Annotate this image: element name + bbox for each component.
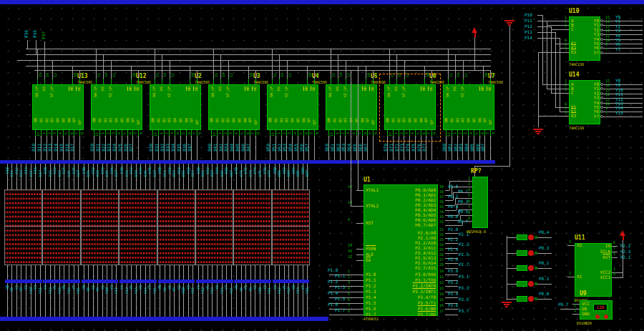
net-label[interactable]: D74 bbox=[406, 144, 410, 152]
wire[interactable] bbox=[547, 25, 563, 26]
wire[interactable] bbox=[547, 21, 547, 89]
net-label[interactable]: D73 bbox=[400, 144, 404, 152]
led-matrix-block[interactable] bbox=[42, 226, 80, 265]
net-label[interactable]: P0.6 bbox=[448, 214, 458, 219]
bus-bottom[interactable] bbox=[0, 317, 328, 321]
wire[interactable] bbox=[356, 206, 364, 207]
net-label[interactable]: D20 bbox=[44, 167, 47, 174]
wire[interactable] bbox=[563, 93, 569, 94]
vcc-arrow-icon[interactable] bbox=[474, 32, 476, 37]
wire[interactable] bbox=[490, 136, 491, 160]
wire[interactable] bbox=[192, 265, 193, 280]
net-label[interactable]: Y12 bbox=[278, 287, 281, 294]
net-label[interactable]: D72 bbox=[244, 167, 248, 174]
net-label[interactable]: D67 bbox=[364, 144, 368, 152]
net-label[interactable]: Y8 bbox=[87, 287, 90, 292]
ground-icon[interactable] bbox=[535, 131, 541, 132]
net-label[interactable]: D55 bbox=[294, 144, 298, 152]
wire[interactable] bbox=[112, 265, 112, 280]
wire[interactable] bbox=[351, 206, 356, 207]
net-label[interactable]: Y13 bbox=[135, 287, 138, 294]
wire[interactable] bbox=[445, 225, 462, 226]
wire[interactable] bbox=[293, 265, 294, 280]
net-label[interactable]: D23 bbox=[107, 144, 111, 152]
button-cap-dot[interactable] bbox=[528, 234, 534, 240]
wire[interactable] bbox=[356, 260, 364, 261]
net-label[interactable]: Y15 bbox=[306, 287, 309, 294]
net-label[interactable]: Y13 bbox=[287, 287, 291, 294]
wire[interactable] bbox=[140, 265, 141, 280]
wire[interactable] bbox=[174, 265, 175, 280]
led-matrix-block[interactable] bbox=[81, 226, 119, 265]
net-label[interactable]: P0.3 bbox=[539, 246, 549, 250]
net-label[interactable]: D81 bbox=[278, 170, 281, 177]
wire[interactable] bbox=[102, 265, 103, 280]
schematic-canvas[interactable]: P36P35P371U1374HC59511SH_CP14DS12ST_CP10… bbox=[0, 0, 644, 331]
net-label[interactable]: D65 bbox=[220, 170, 224, 177]
chip-body-U13[interactable] bbox=[32, 84, 84, 130]
wire[interactable] bbox=[21, 265, 21, 280]
net-label[interactable]: D34 bbox=[171, 144, 175, 152]
wire[interactable] bbox=[603, 117, 643, 117]
button-cap-dot[interactable] bbox=[528, 250, 534, 256]
net-label[interactable]: D75 bbox=[258, 170, 262, 177]
wire[interactable] bbox=[356, 249, 364, 250]
ground-icon[interactable] bbox=[533, 129, 543, 130]
push-button[interactable] bbox=[517, 281, 527, 287]
wire[interactable] bbox=[236, 265, 237, 280]
net-label[interactable]: P3.4 bbox=[448, 292, 458, 296]
wire[interactable] bbox=[537, 253, 552, 254]
wire[interactable] bbox=[445, 297, 458, 298]
net-label[interactable]: Y15 bbox=[153, 287, 157, 294]
wire[interactable] bbox=[93, 265, 94, 280]
net-label[interactable]: D42 bbox=[130, 167, 133, 174]
net-label[interactable]: Y1 bbox=[92, 285, 95, 290]
net-label[interactable]: D51 bbox=[163, 170, 167, 177]
wire[interactable] bbox=[358, 66, 358, 190]
wire[interactable] bbox=[537, 268, 552, 269]
wire[interactable] bbox=[474, 37, 475, 70]
wire[interactable] bbox=[116, 265, 117, 280]
bus-matrix-bottom-seg[interactable] bbox=[273, 280, 310, 283]
bus-row-outputs[interactable] bbox=[0, 160, 495, 164]
push-button[interactable] bbox=[517, 234, 527, 240]
wire[interactable] bbox=[445, 243, 458, 244]
net-label[interactable]: D67 bbox=[230, 170, 233, 177]
net-label[interactable]: D61 bbox=[201, 170, 205, 177]
net-label[interactable]: D71 bbox=[389, 144, 394, 152]
chip-designator[interactable]: U14 bbox=[569, 72, 579, 78]
net-label[interactable]: D35 bbox=[105, 170, 109, 177]
wire[interactable] bbox=[603, 48, 643, 49]
wire[interactable] bbox=[460, 215, 467, 216]
wire[interactable] bbox=[537, 26, 551, 27]
vcc-arrow-icon[interactable] bbox=[623, 235, 624, 240]
wire[interactable] bbox=[542, 15, 543, 84]
button-cap-dot[interactable] bbox=[528, 265, 534, 271]
wire[interactable] bbox=[537, 38, 560, 39]
net-label[interactable]: D85 bbox=[470, 144, 474, 152]
ground-icon[interactable] bbox=[505, 306, 508, 307]
net-label[interactable]: Y1 bbox=[168, 285, 172, 290]
bus-matrix-bottom-seg[interactable] bbox=[82, 280, 119, 283]
net-label[interactable]: Y7 bbox=[72, 285, 76, 290]
net-label[interactable]: D40 bbox=[120, 167, 124, 174]
wire[interactable] bbox=[445, 210, 457, 211]
chip-designator[interactable]: RP? bbox=[471, 169, 481, 174]
wire[interactable] bbox=[445, 286, 458, 287]
net-label[interactable]: D17 bbox=[39, 170, 42, 177]
wire[interactable] bbox=[445, 275, 458, 275]
led-matrix-block[interactable] bbox=[195, 189, 233, 227]
wire[interactable] bbox=[269, 265, 270, 280]
net-label[interactable]: Y14 bbox=[296, 287, 300, 294]
net-label[interactable]: P0.7 bbox=[458, 219, 468, 224]
wire[interactable] bbox=[217, 265, 218, 280]
led-matrix-block[interactable] bbox=[119, 189, 157, 227]
wire[interactable] bbox=[250, 265, 251, 280]
wire[interactable] bbox=[603, 44, 643, 44]
wire[interactable] bbox=[131, 265, 132, 280]
net-label[interactable]: Y7 bbox=[148, 285, 152, 290]
net-label[interactable]: D52 bbox=[168, 167, 172, 174]
net-label[interactable]: Y5 bbox=[53, 285, 57, 290]
chip-body-U4[interactable] bbox=[267, 84, 318, 130]
net-label[interactable]: P1.7 bbox=[335, 308, 345, 312]
